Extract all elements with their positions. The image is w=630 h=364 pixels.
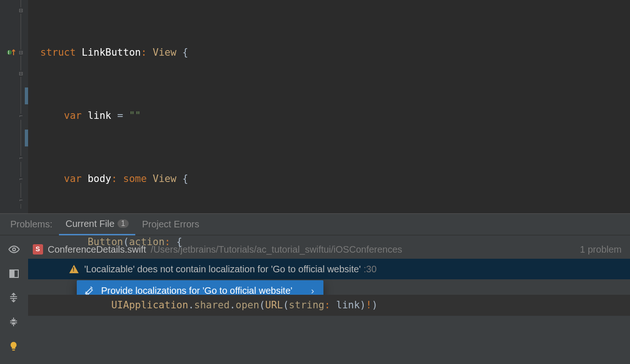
fold-end[interactable]: ⌐: [18, 156, 24, 162]
bulb-icon[interactable]: [8, 341, 20, 352]
fold-toggle[interactable]: ⊟: [18, 7, 24, 14]
fold-toggle[interactable]: ⊟: [18, 50, 24, 56]
split-icon[interactable]: [8, 268, 20, 279]
editor-area: I ⊟ ⊟ ⊟ ⌐ ⌐ ⌐ ⌐ struct LinkButton: View …: [0, 0, 630, 213]
override-gutter-icon[interactable]: I: [7, 48, 16, 59]
swift-file-icon: [33, 244, 43, 255]
svg-point-2: [13, 248, 15, 251]
fold-end[interactable]: ⌐: [18, 198, 24, 204]
gutter: I ⊟ ⊟ ⊟ ⌐ ⌐ ⌐ ⌐: [0, 0, 28, 213]
eye-icon[interactable]: [8, 244, 20, 255]
fold-toggle[interactable]: ⊟: [18, 71, 24, 77]
fold-end[interactable]: ⌐: [18, 114, 24, 120]
problems-toolbar: [0, 235, 28, 364]
code-editor[interactable]: struct LinkButton: View { var link = "" …: [28, 0, 630, 213]
warning-icon: [69, 265, 79, 273]
svg-rect-4: [10, 270, 14, 277]
collapse-icon[interactable]: [8, 317, 20, 328]
svg-text:I: I: [8, 50, 9, 55]
expand-icon[interactable]: [8, 292, 20, 304]
fold-end[interactable]: ⌐: [18, 177, 24, 183]
